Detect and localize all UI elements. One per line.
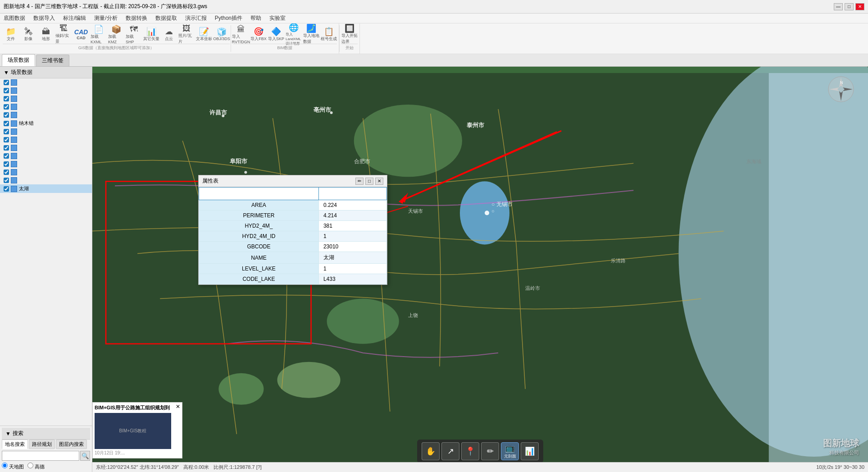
- toolbar-kmz-button[interactable]: 📦 加载KMZ: [108, 27, 124, 43]
- vector-icon: 📊: [146, 27, 156, 36]
- list-item[interactable]: [0, 152, 92, 160]
- toolbar-terrain-button[interactable]: 🏔 地形: [38, 27, 54, 43]
- menu-item-帮助[interactable]: 帮助: [249, 14, 263, 23]
- tab-place-search[interactable]: 地名搜索: [2, 440, 28, 449]
- layer-check[interactable]: [4, 153, 9, 159]
- layer-check[interactable]: [4, 112, 9, 118]
- menu-item-演示汇报[interactable]: 演示汇报: [183, 14, 209, 23]
- list-item[interactable]: [0, 128, 92, 136]
- radio-gaode[interactable]: 高德: [27, 463, 45, 470]
- toolbar-pointcloud-button[interactable]: ☁ 点云: [161, 27, 177, 43]
- pointcloud-icon: ☁: [165, 27, 173, 36]
- toolbar-vector-button[interactable]: 📊 其它矢量: [143, 27, 159, 43]
- toolbar-rvt-button[interactable]: 🏛 导入RVT/DGN: [233, 27, 249, 43]
- photo-icon: 🖼: [182, 24, 191, 32]
- attr-field-cell: CODE_LAKE: [199, 274, 319, 284]
- toolbar-kai-group: 🔲 导入开拓边界 开始: [340, 23, 360, 54]
- search-input[interactable]: [2, 451, 79, 461]
- search-header[interactable]: ▼ 搜索: [2, 428, 90, 440]
- tab-layer-search[interactable]: 图层内搜索: [56, 440, 87, 449]
- dialog-titlebar[interactable]: 属性表 ✏ □ ✕: [199, 175, 387, 187]
- status-info: 10次/2s 19° 30~30 30: [816, 464, 864, 471]
- toolbar-geodata-button[interactable]: 🗾 导入地地数据: [303, 27, 319, 43]
- toolbar-text-button[interactable]: 📝 文本坐标: [196, 27, 212, 43]
- toolbar-file-button[interactable]: 📁 文件: [3, 27, 19, 43]
- layer-check[interactable]: [4, 80, 9, 85]
- menu-item-底图数据[interactable]: 底图数据: [2, 14, 27, 23]
- layer-check[interactable]: [4, 121, 9, 126]
- rvt-label: 导入RVT/DGN: [232, 34, 250, 44]
- map-area[interactable]: ○ 许昌市 阜阳市 亳州市 泰州市 ○ 无锡市 合肥市 天锡市 东海域 上饶 乐…: [92, 67, 868, 472]
- sidebar-section-header[interactable]: ▼ 场景数据: [0, 67, 92, 78]
- layer-check[interactable]: [4, 186, 9, 192]
- menu-item-标注/编辑[interactable]: 标注/编辑: [61, 14, 88, 23]
- tab-3d-bookmark[interactable]: 三维书签: [36, 55, 69, 66]
- menu-item-实验室[interactable]: 实验室: [268, 14, 287, 23]
- toolbar-bim-group: 🏛 导入RVT/DGN 🎯 导入FBX 🔷 导入SKP 🌐 导入LandXML设…: [231, 23, 339, 54]
- layer-check[interactable]: [4, 161, 9, 167]
- list-item[interactable]: [0, 144, 92, 152]
- search-input-row: 🔍: [2, 451, 90, 461]
- pin-tool-button[interactable]: 📍: [461, 442, 479, 460]
- list-item[interactable]: [0, 176, 92, 184]
- cad-icon: CAD: [74, 29, 88, 35]
- list-item-taihu[interactable]: 太湖: [0, 184, 92, 193]
- list-item[interactable]: [0, 160, 92, 168]
- list-item[interactable]: [0, 168, 92, 176]
- dialog-restore-button[interactable]: □: [365, 178, 373, 185]
- layer-check[interactable]: [4, 137, 9, 142]
- toolbar-frame-button[interactable]: 📋 框号生成: [321, 27, 337, 43]
- maximize-button[interactable]: □: [845, 3, 854, 10]
- toolbar-tilt-button[interactable]: 🏗 倾斜/实景: [55, 27, 72, 43]
- toolbar-skp-button[interactable]: 🔷 导入SKP: [268, 27, 284, 43]
- toolbar-kxml-button[interactable]: 📄 加载KXML: [91, 27, 107, 43]
- minimize-button[interactable]: —: [834, 3, 843, 10]
- obj-icon: 🧊: [217, 28, 227, 36]
- toolbar-landxml-button[interactable]: 🌐 导入LandXML设计地形: [286, 27, 302, 43]
- list-item-namu[interactable]: 纳木错: [0, 119, 92, 128]
- ad-close-button[interactable]: ✕: [176, 403, 180, 410]
- table-body: AREA0.224PERIMETER4.214HYD2_4M_381HYD2_4…: [199, 200, 387, 284]
- search-label: 搜索: [13, 430, 23, 437]
- toolbar-boundary-button[interactable]: 🔲 导入开拓边界: [341, 27, 358, 43]
- list-item[interactable]: [0, 136, 92, 144]
- select-tool-button[interactable]: ↗: [441, 442, 459, 460]
- toolbar-shp-button[interactable]: 🗺 加载SHP: [126, 27, 142, 43]
- menu-item-数据导入[interactable]: 数据导入: [32, 14, 57, 23]
- menu-item-数据提取[interactable]: 数据提取: [154, 14, 179, 23]
- layer-check[interactable]: [4, 104, 9, 110]
- toolbar-photo-button[interactable]: 🖼 照片/瓦片: [178, 27, 195, 43]
- list-item[interactable]: [0, 103, 92, 111]
- toolbar-image-button[interactable]: 🛰 影像: [20, 27, 36, 43]
- toolbar-cad-button[interactable]: CAD CAD: [73, 27, 89, 43]
- layer-check[interactable]: [4, 145, 9, 151]
- geodata-icon: 🗾: [306, 24, 316, 32]
- attr-field-cell: HYD2_4M_ID: [199, 231, 319, 242]
- dialog-close-button[interactable]: ✕: [375, 178, 383, 185]
- search-button[interactable]: 🔍: [80, 451, 90, 461]
- toolbar-obj-button[interactable]: 🧊 OBJ/3DS: [214, 27, 230, 43]
- pan-tool-button[interactable]: ✋: [422, 442, 440, 460]
- fbx-icon: 🎯: [254, 27, 264, 36]
- list-item[interactable]: [0, 78, 92, 87]
- radio-tianditu[interactable]: 天地图: [2, 463, 24, 470]
- tab-route-plan[interactable]: 路径规划: [29, 440, 55, 449]
- layer-check[interactable]: [4, 129, 9, 134]
- layer-check[interactable]: [4, 178, 9, 183]
- list-item[interactable]: [0, 87, 92, 95]
- menu-item-数据转换[interactable]: 数据转换: [124, 14, 149, 23]
- tab-scene[interactable]: 场景数据: [2, 54, 35, 66]
- chart-tool-button[interactable]: 📊: [521, 442, 539, 460]
- list-item[interactable]: [0, 95, 92, 103]
- layer-check[interactable]: [4, 170, 9, 175]
- menu-item-Python插件[interactable]: Python插件: [213, 14, 244, 23]
- close-button[interactable]: ✕: [855, 3, 864, 10]
- draw-tool-button[interactable]: ✏: [481, 442, 499, 460]
- layer-check[interactable]: [4, 96, 9, 101]
- toolbar-fbx-button[interactable]: 🎯 导入FBX: [250, 27, 267, 43]
- list-item[interactable]: [0, 111, 92, 119]
- layer-check[interactable]: [4, 88, 9, 93]
- view-tool-button[interactable]: 📺 元剖面: [501, 442, 519, 460]
- dialog-edit-button[interactable]: ✏: [355, 178, 364, 185]
- menu-item-测量/分析[interactable]: 测量/分析: [92, 14, 119, 23]
